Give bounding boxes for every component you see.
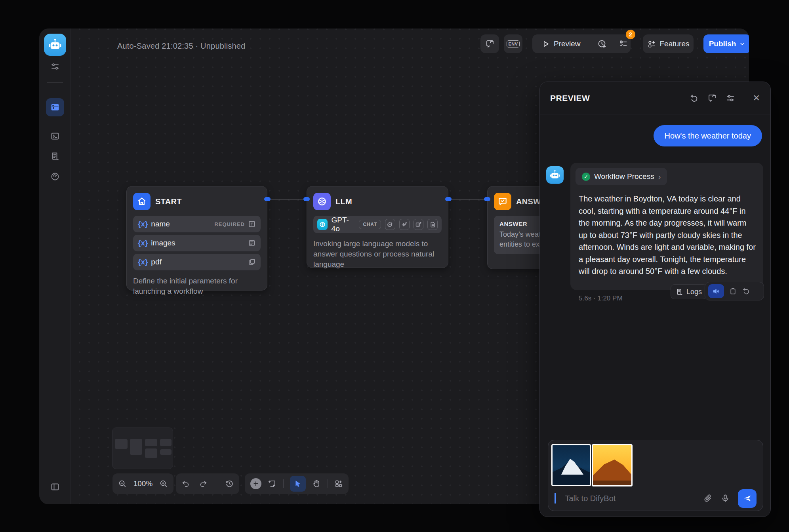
add-node-button[interactable] [250, 478, 261, 489]
settings-sliders-icon[interactable] [726, 93, 735, 103]
sidebar-item-workflow[interactable] [46, 98, 64, 116]
attachment-thumbnail-night-mountain[interactable] [551, 444, 591, 486]
variable-icon: {x} [138, 258, 148, 266]
llm-node-description: Invoking large language models to answer… [313, 239, 442, 270]
divider [47, 82, 63, 83]
preview-panel: PREVIEW ✕ How's the weather today [539, 82, 771, 517]
required-tag: REQUIRED [214, 221, 245, 227]
zoom-controls: 100% [112, 473, 173, 494]
clock-play-icon [597, 39, 607, 49]
workflow-process-label: Workflow Process [594, 172, 654, 181]
publish-label: Publish [709, 40, 736, 48]
sidebar-item-terminal[interactable] [46, 127, 64, 145]
copy-button[interactable] [729, 287, 737, 295]
logs-icon [676, 288, 683, 296]
undo-button[interactable] [181, 479, 190, 488]
llm-output-handle[interactable] [445, 197, 452, 201]
user-message-bubble: How's the weather today [654, 125, 762, 146]
restart-conversation-button[interactable] [689, 93, 699, 103]
features-label: Features [660, 40, 690, 48]
paragraph-icon [248, 239, 256, 247]
preview-title: PREVIEW [550, 93, 590, 103]
preview-run-button[interactable]: Preview [532, 40, 590, 48]
video-icon [414, 219, 424, 230]
features-button[interactable]: Features [643, 34, 694, 53]
preview-header: PREVIEW ✕ [540, 82, 770, 114]
text-input-icon [248, 220, 256, 228]
sidebar [39, 28, 71, 504]
model-name: GPT-4o [332, 216, 355, 233]
attach-file-button[interactable] [703, 494, 713, 503]
text-caret [555, 493, 556, 504]
start-node[interactable]: START {x} name REQUIRED {x} images [126, 186, 267, 291]
zoom-level[interactable]: 100% [133, 479, 153, 488]
run-history-button[interactable] [590, 39, 614, 49]
sidebar-item-orchestrate[interactable] [46, 57, 64, 76]
send-button[interactable] [738, 489, 757, 508]
files-icon [248, 258, 256, 266]
message-meta: 5.6s · 1:20 PM [579, 294, 623, 302]
organize-blocks-button[interactable] [334, 479, 343, 488]
logs-label: Logs [686, 288, 702, 296]
chat-input[interactable]: Talk to DifyBot [565, 494, 696, 503]
zoom-out-button[interactable] [118, 479, 127, 488]
start-field-pdf[interactable]: {x} pdf [133, 254, 261, 270]
change-history-button[interactable] [225, 479, 234, 488]
field-name: images [151, 239, 175, 247]
checklist-button[interactable] [614, 39, 633, 49]
chat-input-container: Talk to DifyBot [548, 440, 763, 511]
logs-button[interactable]: Logs [671, 284, 707, 299]
regenerate-button[interactable] [742, 287, 750, 295]
llm-node[interactable]: LLM GPT-4o CHAT [307, 186, 448, 268]
redo-button[interactable] [199, 479, 208, 488]
model-selector[interactable]: GPT-4o CHAT [313, 216, 442, 233]
env-button[interactable]: ENV [504, 34, 522, 53]
sidebar-item-logs[interactable] [46, 147, 64, 165]
sidebar-item-monitoring[interactable] [46, 167, 64, 186]
checklist-icon [619, 39, 628, 49]
speaker-button[interactable] [708, 284, 724, 298]
answer-bubble-icon [494, 193, 511, 210]
start-node-title: START [155, 197, 182, 206]
chat-input-row: Talk to DifyBot [548, 486, 763, 511]
play-icon [542, 40, 550, 48]
annotation-icon[interactable] [707, 93, 717, 103]
run-group: Preview [532, 34, 631, 53]
chevron-down-icon [739, 41, 745, 47]
bot-message-card: ✓ Workflow Process › The weather in Boyd… [570, 163, 763, 290]
chat-mode-badge: CHAT [359, 220, 381, 229]
pointer-tool-button[interactable] [290, 476, 306, 492]
publish-button[interactable]: Publish [703, 34, 749, 53]
start-node-description: Define the initial parameters for launch… [133, 276, 261, 296]
collapse-sidebar-button[interactable] [50, 482, 60, 492]
zoom-in-button[interactable] [159, 479, 168, 488]
start-output-handle[interactable] [264, 197, 271, 201]
bot-message-text: The weather in Boydton, VA today is clea… [579, 193, 756, 277]
canvas-tools [245, 473, 349, 494]
history-controls [176, 473, 239, 494]
hand-tool-button[interactable] [312, 479, 321, 488]
autosave-status: Auto-Saved 21:02:35 · Unpublished [117, 42, 246, 51]
workflow-process-toggle[interactable]: ✓ Workflow Process › [576, 168, 667, 185]
app-logo[interactable] [44, 34, 66, 56]
answer-input-handle[interactable] [484, 197, 490, 201]
preview-run-label: Preview [554, 40, 581, 48]
llm-input-handle[interactable] [303, 197, 310, 201]
start-field-name[interactable]: {x} name REQUIRED [133, 216, 261, 232]
start-field-images[interactable]: {x} images [133, 235, 261, 251]
home-icon [133, 193, 151, 210]
checklist-count-badge: 2 [626, 30, 635, 39]
annotation-button[interactable] [480, 34, 499, 53]
minimap[interactable] [112, 428, 173, 469]
attachment-thumbnail-sunset-mountain[interactable] [592, 444, 633, 486]
audio-icon [399, 219, 410, 230]
close-icon[interactable]: ✕ [753, 93, 760, 103]
document-icon [427, 219, 438, 230]
success-check-icon: ✓ [582, 173, 590, 181]
microphone-button[interactable] [720, 494, 730, 503]
chat-edit-icon [485, 39, 495, 49]
add-note-button[interactable] [268, 479, 276, 488]
chevron-right-icon: › [658, 172, 661, 181]
bot-avatar [546, 166, 564, 184]
variable-icon: {x} [138, 220, 148, 228]
